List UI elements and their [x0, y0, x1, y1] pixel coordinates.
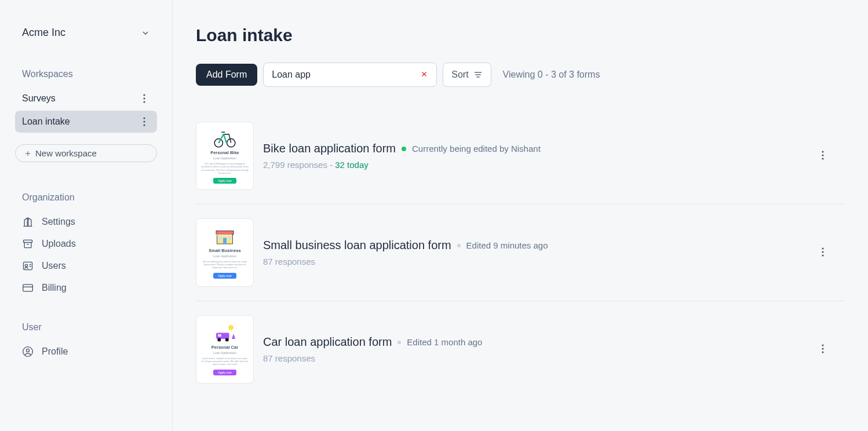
- org-name: Acme Inc: [22, 27, 65, 39]
- svg-rect-8: [24, 240, 32, 242]
- nav-label: Profile: [42, 346, 68, 357]
- workspaces-heading: Workspaces: [15, 69, 157, 79]
- nav-profile[interactable]: Profile: [15, 341, 157, 363]
- workspace-item-loan-intake[interactable]: Loan intake: [15, 111, 157, 133]
- svg-point-35: [822, 251, 823, 253]
- sidebar: Acme Inc Workspaces Surveys Loan intake …: [0, 0, 173, 431]
- svg-point-43: [822, 348, 823, 349]
- sort-icon: [473, 71, 483, 78]
- search-field[interactable]: [263, 63, 437, 87]
- id-card-icon: [22, 260, 34, 272]
- svg-point-37: [228, 325, 234, 330]
- thumb-desc: The city of Wellington is encouraging it…: [200, 162, 250, 174]
- svg-rect-31: [223, 238, 227, 244]
- clear-search-icon[interactable]: [420, 70, 428, 80]
- thumb-title: Personal Bike: [210, 150, 239, 155]
- thumb-cta: Apply now: [213, 273, 236, 279]
- responses-count: 87 responses: [263, 353, 315, 363]
- sort-button[interactable]: Sort: [443, 63, 491, 87]
- toolbar: Add Form Sort Viewing 0 - 3 of 3 forms: [196, 63, 845, 87]
- workspace-item-surveys[interactable]: Surveys: [15, 87, 157, 109]
- user-heading: User: [15, 322, 157, 333]
- workspace-list: Surveys Loan intake: [15, 87, 157, 134]
- more-vertical-icon[interactable]: [138, 116, 150, 127]
- nav-label: Billing: [42, 283, 67, 293]
- svg-point-26: [822, 151, 823, 152]
- form-list: Personal Bike Loan Application The city …: [196, 108, 845, 397]
- thumb-cta: Apply now: [213, 178, 236, 184]
- svg-point-40: [217, 338, 221, 342]
- form-thumbnail: Small Business Loan Application We are o…: [196, 218, 254, 287]
- svg-point-34: [822, 247, 823, 249]
- svg-rect-14: [23, 284, 33, 291]
- more-vertical-icon[interactable]: [138, 93, 150, 104]
- more-vertical-icon[interactable]: [822, 247, 833, 258]
- responses-count: 87 responses: [263, 257, 315, 266]
- responses-count: 2,799 responses -: [263, 160, 335, 170]
- form-meta: 87 responses: [263, 353, 812, 363]
- svg-point-17: [27, 349, 30, 352]
- form-title: Small business loan application form: [263, 239, 451, 252]
- main-content: Loan intake Add Form Sort Viewing 0 - 3 …: [173, 0, 868, 431]
- form-meta: 2,799 responses - 32 today: [263, 160, 812, 170]
- status-dot-icon: [397, 341, 401, 344]
- thumb-subtitle: Loan Application: [213, 156, 236, 160]
- workspace-label: Loan intake: [22, 116, 70, 127]
- svg-point-44: [822, 351, 823, 353]
- viewing-text: Viewing 0 - 3 of 3 forms: [503, 70, 600, 80]
- chevron-down-icon: [141, 28, 150, 38]
- svg-point-36: [822, 254, 823, 256]
- nav-billing[interactable]: Billing: [15, 277, 157, 299]
- search-input[interactable]: [272, 70, 420, 80]
- form-row[interactable]: Small Business Loan Application We are o…: [196, 204, 845, 301]
- more-vertical-icon[interactable]: [822, 151, 833, 162]
- svg-rect-32: [219, 237, 222, 240]
- nav-label: Users: [42, 261, 66, 271]
- svg-point-2: [143, 101, 145, 103]
- nav-label: Settings: [42, 217, 75, 227]
- svg-point-41: [225, 338, 229, 342]
- bicycle-icon: [211, 128, 238, 148]
- form-row[interactable]: Personal Car Loan Application Low-intere…: [196, 301, 845, 397]
- form-title: Car loan application form: [263, 335, 392, 349]
- nav-settings[interactable]: Settings: [15, 211, 157, 233]
- archive-icon: [22, 238, 34, 250]
- plus-icon: [24, 149, 32, 158]
- page-title: Loan intake: [196, 25, 845, 45]
- svg-point-11: [25, 264, 27, 266]
- responses-today: 32 today: [335, 160, 369, 170]
- add-form-button[interactable]: Add Form: [196, 64, 257, 86]
- svg-point-4: [143, 120, 145, 122]
- new-workspace-label: New workspace: [35, 148, 97, 158]
- status-dot-icon: [402, 147, 406, 151]
- svg-point-1: [143, 97, 145, 99]
- svg-point-42: [822, 344, 823, 346]
- nav-users[interactable]: Users: [15, 255, 157, 277]
- svg-point-5: [143, 124, 145, 126]
- svg-rect-33: [228, 237, 231, 240]
- form-info: Bike loan application form Currently bei…: [263, 142, 812, 170]
- form-title: Bike loan application form: [263, 142, 396, 155]
- sort-label: Sort: [451, 70, 468, 80]
- svg-point-28: [822, 158, 823, 159]
- new-workspace-button[interactable]: New workspace: [15, 144, 157, 162]
- more-vertical-icon[interactable]: [822, 344, 833, 355]
- thumb-title: Personal Car: [211, 345, 238, 350]
- form-info: Car loan application form Edited 1 month…: [263, 335, 812, 363]
- thumb-cta: Apply now: [213, 370, 236, 375]
- svg-rect-39: [218, 334, 221, 337]
- nav-uploads[interactable]: Uploads: [15, 233, 157, 255]
- svg-point-0: [143, 94, 145, 96]
- form-thumbnail: Personal Car Loan Application Low-intere…: [196, 315, 254, 383]
- building-icon: [22, 216, 34, 228]
- status-dot-icon: [457, 244, 461, 247]
- credit-card-icon: [22, 282, 34, 294]
- status-text: Edited 1 month ago: [407, 337, 482, 347]
- org-switcher[interactable]: Acme Inc: [15, 23, 157, 42]
- svg-rect-30: [216, 231, 234, 235]
- thumb-desc: We are offering low-interest loans for s…: [200, 260, 250, 269]
- form-row[interactable]: Personal Bike Loan Application The city …: [196, 108, 845, 204]
- thumb-subtitle: Loan Application: [213, 254, 236, 258]
- thumb-subtitle: Loan Application: [213, 351, 236, 355]
- form-info: Small business loan application form Edi…: [263, 239, 812, 266]
